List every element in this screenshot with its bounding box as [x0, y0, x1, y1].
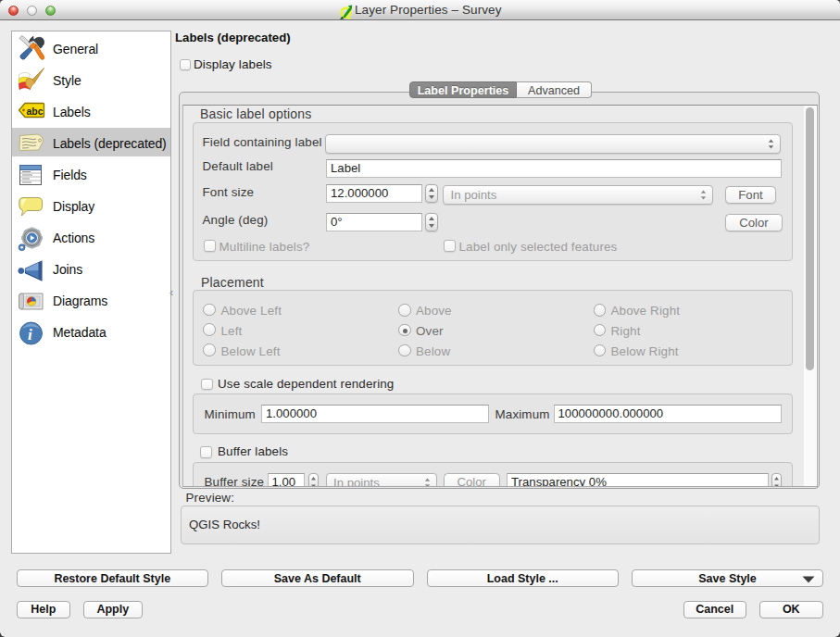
- svg-text:abc: abc: [27, 106, 44, 117]
- svg-text:i: i: [28, 326, 32, 343]
